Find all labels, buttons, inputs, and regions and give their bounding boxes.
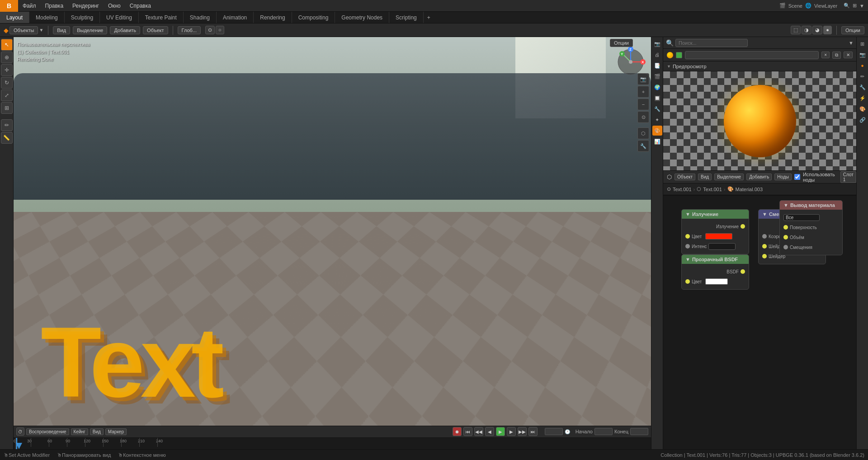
output-surface-socket[interactable] <box>783 225 788 230</box>
breadcrumb-text001b[interactable]: Text.001 <box>703 187 722 192</box>
material-close[interactable]: ✕ <box>844 52 853 58</box>
emission-intensity-socket[interactable] <box>685 244 690 249</box>
tab-scripting[interactable]: Scripting <box>389 12 424 23</box>
rotate-tool[interactable]: ↻ <box>1 77 13 89</box>
menu-window[interactable]: Окно <box>104 0 125 11</box>
tab-compositing[interactable]: Compositing <box>292 12 335 23</box>
node-view-btn[interactable]: Вид <box>698 174 712 180</box>
emission-color-picker[interactable] <box>705 233 732 239</box>
use-nodes-checkbox[interactable] <box>794 174 800 180</box>
material-name-input[interactable]: Material.003 <box>685 51 819 59</box>
jump-start-btn[interactable]: ⏮ <box>463 427 472 436</box>
gizmo-btn[interactable]: 🔧 <box>637 140 649 152</box>
move-tool[interactable]: ✛ <box>1 64 13 76</box>
local-view-btn[interactable]: ⊙ <box>637 111 649 123</box>
tab-layout[interactable]: Layout <box>0 12 29 23</box>
tab-add[interactable]: + <box>424 14 434 21</box>
render-props-icon[interactable]: 📷 <box>652 39 662 49</box>
node-select-btn[interactable]: Выделение <box>714 174 744 180</box>
timeline-track-area[interactable]: 0 30 60 90 120 150 180 210 240 <box>14 438 651 449</box>
keying-menu[interactable]: Кейнг <box>71 428 88 435</box>
select-menu[interactable]: Выделение <box>73 26 107 34</box>
object-menu[interactable]: Объект <box>143 26 168 34</box>
measure-tool[interactable]: 📏 <box>1 132 13 144</box>
rendered-btn[interactable]: ● <box>823 26 832 34</box>
transparent-node[interactable]: ▼ Прозрачный BSDF BSDF Цвет <box>681 254 749 290</box>
transparent-color-socket[interactable] <box>685 279 690 284</box>
next-key-btn[interactable]: ▶▶ <box>518 427 527 436</box>
menu-render[interactable]: Рендеринг <box>68 0 104 11</box>
prev-frame-btn[interactable]: ◀ <box>485 427 494 436</box>
node-object-btn[interactable]: Объект <box>675 174 695 180</box>
add-menu[interactable]: Добавить <box>110 26 140 34</box>
output-type-select[interactable]: Все <box>783 214 820 221</box>
next-frame-btn[interactable]: ▶ <box>507 427 516 436</box>
jump-end-btn[interactable]: ⏭ <box>528 427 538 436</box>
material-copy[interactable]: ⧉ <box>832 52 841 59</box>
select-tool[interactable]: ↖ <box>1 39 13 51</box>
emission-output-socket[interactable] <box>741 224 745 229</box>
play-btn[interactable]: ▶ <box>496 427 505 436</box>
menu-help[interactable]: Справка <box>125 0 156 11</box>
end-frame-input[interactable]: 250 <box>630 428 648 435</box>
tab-rendering[interactable]: Rendering <box>254 12 292 23</box>
scale-tool[interactable]: ⤢ <box>1 89 13 101</box>
marker-menu[interactable]: Маркер <box>105 428 127 435</box>
right-icon-2[interactable]: ● <box>858 61 868 70</box>
solid-btn[interactable]: ◑ <box>802 26 811 34</box>
playback-menu[interactable]: Воспроизведение <box>26 428 69 435</box>
right-icon-0[interactable]: ⊞ <box>858 39 868 49</box>
output-volume-socket[interactable] <box>783 235 788 239</box>
tab-uv-editing[interactable]: UV Editing <box>100 12 139 23</box>
prev-key-btn[interactable]: ◀◀ <box>474 427 483 436</box>
material-preview-btn[interactable]: ◕ <box>812 26 822 34</box>
mix-fac-socket[interactable] <box>762 234 767 239</box>
tab-animation[interactable]: Animation <box>217 12 254 23</box>
world-props-icon[interactable]: 🌍 <box>652 82 662 92</box>
tab-shading[interactable]: Shading <box>184 12 217 23</box>
view-layer-props-icon[interactable]: 📑 <box>652 61 662 70</box>
emission-node[interactable]: ▼ Излучение Излучение Цвет <box>681 209 749 254</box>
mix-shader1-socket[interactable] <box>762 244 767 249</box>
viewport-options-btn[interactable]: Опции <box>610 39 633 47</box>
node-editor-area[interactable]: ▼ Излучение Излучение Цвет <box>663 195 856 340</box>
camera-view-btn[interactable]: 📷 <box>637 73 649 85</box>
mode-dropdown-icon[interactable]: ▼ <box>39 28 43 33</box>
right-icon-1[interactable]: 📷 <box>858 50 868 60</box>
transparent-color-picker[interactable] <box>705 278 728 285</box>
menu-edit[interactable]: Правка <box>41 0 68 11</box>
options-menu[interactable]: Опции <box>841 26 864 34</box>
scene-props-icon[interactable]: 🎬 <box>652 71 662 81</box>
right-icon-3[interactable]: ✏ <box>858 71 868 81</box>
preview-section-header[interactable]: ▼ Предпросмотр <box>663 61 856 71</box>
emission-intensity-input[interactable]: 100.000 <box>708 243 736 250</box>
timeline-view-menu[interactable]: Вид <box>90 428 104 435</box>
view-menu[interactable]: Вид <box>53 26 70 34</box>
menu-file[interactable]: Файл <box>18 0 41 11</box>
slot-selector[interactable]: Слот 1 <box>840 171 856 183</box>
current-frame-input[interactable]: 1 <box>545 428 563 435</box>
start-frame-input[interactable]: 1 <box>594 428 613 435</box>
modifier-props-icon[interactable]: 🔧 <box>652 104 662 114</box>
breadcrumb-material[interactable]: Material.003 <box>736 187 763 192</box>
right-icon-6[interactable]: 🎨 <box>858 104 868 114</box>
node-add-btn[interactable]: Добавить <box>746 174 772 180</box>
right-icon-7[interactable]: 🔗 <box>858 115 868 125</box>
cursor-tool[interactable]: ⊕ <box>1 52 13 63</box>
viewport-3d[interactable]: Text Пользовательская перспектива (1) Co… <box>14 37 651 426</box>
mix-shader2-socket[interactable] <box>762 254 767 258</box>
tab-texture-paint[interactable]: Texture Paint <box>139 12 184 23</box>
annotate-tool[interactable]: ✏ <box>1 119 13 131</box>
snap-btn[interactable]: ⊙ <box>205 26 215 34</box>
object-props-icon[interactable]: 🔲 <box>652 93 662 103</box>
right-icon-4[interactable]: 🔧 <box>858 82 868 92</box>
zoom-in-btn[interactable]: + <box>637 86 649 98</box>
properties-search[interactable] <box>675 39 748 47</box>
tab-modeling[interactable]: Modeling <box>29 12 65 23</box>
output-props-icon[interactable]: 🖨 <box>652 50 662 60</box>
output-displacement-socket[interactable] <box>783 245 788 249</box>
material-props-icon[interactable]: 🎨 <box>652 126 662 136</box>
wireframe-btn[interactable]: ⬚ <box>791 26 801 34</box>
transparent-output-socket[interactable] <box>741 269 745 274</box>
record-btn[interactable]: ⏺ <box>453 427 462 436</box>
